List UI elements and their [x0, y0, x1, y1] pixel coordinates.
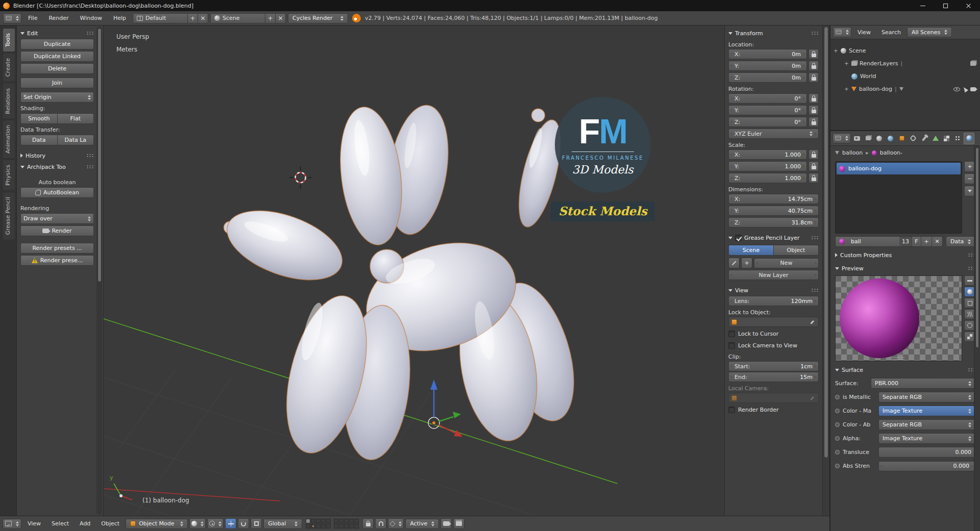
- layer-toggle[interactable]: [344, 524, 349, 528]
- menu-add[interactable]: Add: [75, 516, 95, 531]
- clip-start-field[interactable]: Start:1cm: [728, 361, 819, 371]
- tab-particles[interactable]: [952, 133, 963, 144]
- outliner-item-renderlayers[interactable]: + RenderLayers |: [834, 57, 978, 70]
- render-border-row[interactable]: Render Border: [728, 404, 819, 415]
- scale-x-field[interactable]: X:1.000: [728, 149, 807, 160]
- layer-toggle[interactable]: [334, 524, 338, 528]
- layer-toggle[interactable]: [334, 519, 338, 523]
- toolshelf-scrollbar[interactable]: [96, 27, 102, 515]
- scale-y-field[interactable]: Y:1.000: [728, 161, 807, 171]
- lock-camera-checkbox[interactable]: [728, 342, 735, 349]
- archipack-panel-header[interactable]: Archipack Too: [20, 161, 94, 172]
- location-y-field[interactable]: Y:0m: [728, 61, 807, 71]
- viewport-shading-selector[interactable]: [189, 518, 206, 529]
- layer-toggle[interactable]: [349, 519, 354, 523]
- duplicate-button[interactable]: Duplicate: [20, 39, 94, 49]
- menu-file[interactable]: File: [23, 11, 42, 25]
- render-visibility-toggle-icon[interactable]: [970, 87, 976, 91]
- preview-panel-header[interactable]: Preview: [830, 262, 980, 275]
- snap-element-selector[interactable]: [388, 518, 404, 529]
- layer-toggle[interactable]: [306, 524, 310, 528]
- grease-pencil-checkbox[interactable]: [735, 235, 742, 241]
- pivot-point-selector[interactable]: [207, 518, 224, 529]
- color-ab-node-selector[interactable]: Separate RGB: [878, 419, 975, 430]
- tab-world[interactable]: [885, 133, 896, 144]
- dimension-x-field[interactable]: X:14.75cm: [728, 194, 819, 204]
- mode-selector[interactable]: Object Mode: [126, 519, 188, 529]
- grease-pencil-panel-header[interactable]: Grease Pencil Layer: [728, 232, 819, 243]
- opengl-render-anim-button[interactable]: [453, 518, 464, 529]
- manipulator-scale-toggle[interactable]: [251, 518, 262, 529]
- browse-material-button[interactable]: [836, 237, 848, 246]
- orientation-selector[interactable]: Global: [263, 519, 302, 529]
- render-preset-warning-button[interactable]: ! Render prese...: [20, 255, 94, 266]
- render-presets-button[interactable]: Render presets ...: [20, 243, 94, 254]
- tab-relations[interactable]: Relations: [3, 84, 15, 119]
- transform-panel-header[interactable]: Transform: [728, 28, 819, 39]
- shade-smooth-button[interactable]: Smooth: [20, 113, 58, 124]
- layer-toggle[interactable]: [326, 524, 331, 528]
- gp-draw-button[interactable]: [728, 258, 740, 268]
- lock-rotation-z-button[interactable]: [808, 117, 819, 127]
- scrollbar-thumb[interactable]: [975, 147, 979, 348]
- render-border-checkbox[interactable]: [728, 407, 735, 413]
- tab-physics[interactable]: Physics: [3, 160, 15, 190]
- unlink-material-button[interactable]: ✕: [932, 237, 942, 246]
- set-origin-menu[interactable]: Set Origin: [20, 92, 94, 103]
- material-slot-row[interactable]: balloon-dog: [837, 163, 961, 174]
- history-panel-header[interactable]: History: [20, 150, 94, 161]
- panel-grip-icon[interactable]: [86, 31, 94, 35]
- edit-panel-header[interactable]: Edit: [20, 28, 94, 39]
- location-z-field[interactable]: Z:0m: [728, 72, 807, 83]
- color-ma-node-selector[interactable]: Image Texture: [878, 406, 975, 416]
- lock-to-object-field[interactable]: [728, 317, 819, 327]
- tab-tools[interactable]: Tools: [3, 29, 15, 52]
- lock-location-y-button[interactable]: [808, 61, 819, 71]
- scrollbar-thumb[interactable]: [97, 28, 102, 282]
- tab-render-layers[interactable]: [863, 133, 873, 144]
- panel-grip-icon[interactable]: [811, 236, 819, 240]
- expand-icon[interactable]: +: [844, 61, 849, 66]
- gp-tab-object[interactable]: Object: [774, 245, 819, 256]
- layer-toggle[interactable]: [339, 519, 344, 523]
- scrollbar-thumb[interactable]: [824, 27, 828, 458]
- rotation-mode-menu[interactable]: XYZ Euler: [728, 129, 819, 139]
- material-users-count[interactable]: 13: [899, 237, 912, 246]
- menu-view[interactable]: View: [23, 516, 45, 531]
- add-scene-button[interactable]: +: [265, 13, 276, 23]
- close-button[interactable]: [957, 0, 980, 11]
- rotation-x-field[interactable]: X:0°: [728, 93, 807, 104]
- lock-location-z-button[interactable]: [808, 72, 819, 83]
- outliner-item-world[interactable]: World: [834, 70, 978, 83]
- panel-grip-icon[interactable]: [811, 31, 819, 35]
- tab-material[interactable]: [964, 133, 974, 144]
- selectability-toggle-icon[interactable]: [962, 86, 968, 92]
- draw-over-menu[interactable]: Draw over: [20, 213, 94, 224]
- lens-field[interactable]: Lens:120mm: [728, 296, 819, 306]
- opengl-render-image-button[interactable]: [440, 518, 452, 529]
- rotation-z-field[interactable]: Z:0°: [728, 117, 807, 127]
- properties-scrollbar[interactable]: [974, 146, 980, 531]
- layer-toggle[interactable]: [354, 524, 359, 528]
- menu-window[interactable]: Window: [76, 11, 107, 25]
- custom-properties-panel-header[interactable]: Custom Properties: [830, 248, 980, 262]
- layers-grid-right[interactable]: [334, 519, 359, 528]
- outliner-item-scene[interactable]: + Scene: [834, 44, 978, 57]
- outliner-menu-view[interactable]: View: [853, 26, 875, 39]
- tab-modifiers[interactable]: [919, 133, 929, 144]
- lock-to-cursor-checkbox[interactable]: [728, 331, 735, 337]
- lock-rotation-x-button[interactable]: [808, 93, 819, 104]
- translucency-slider[interactable]: 0.000: [878, 447, 975, 458]
- layers-widget[interactable]: [306, 519, 359, 528]
- lock-scale-z-button[interactable]: [808, 173, 819, 183]
- maximize-button[interactable]: [934, 0, 957, 11]
- expand-icon[interactable]: +: [834, 48, 838, 54]
- properties-editor-type-selector[interactable]: [832, 133, 851, 143]
- manipulator-rotate-toggle[interactable]: [238, 518, 249, 529]
- duplicate-linked-button[interactable]: Duplicate Linked: [20, 51, 94, 62]
- visibility-toggle-icon[interactable]: [953, 87, 960, 91]
- outliner-editor-type-selector[interactable]: [833, 27, 851, 37]
- layer-toggle[interactable]: [321, 524, 326, 528]
- preview-resize-grip[interactable]: [892, 357, 904, 360]
- gp-add-button[interactable]: +: [741, 258, 752, 268]
